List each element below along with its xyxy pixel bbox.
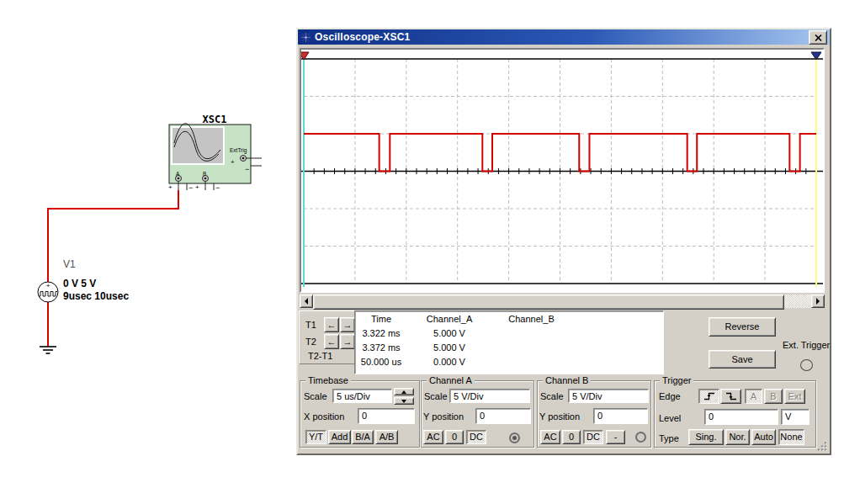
readout-col-time: Time [355,314,407,328]
save-button[interactable]: Save [709,350,776,369]
trigger-level-unit-field[interactable]: V [781,409,810,425]
app-icon [300,32,311,43]
trigger-type-none-button[interactable]: None [778,429,804,445]
voltage-source-v1[interactable]: + [38,282,58,302]
timebase-scale-spinner [394,388,414,405]
trigger-level-field[interactable]: 0 [704,409,778,425]
terminal-a-plus-mark: + [168,183,173,191]
ext-trig-terminal-dot [242,157,245,160]
trigger-edge-label: Edge [659,391,681,401]
close-icon [815,34,822,41]
channel-b-ac-button[interactable]: AC [540,430,560,444]
t2-left-button[interactable]: ← [324,334,339,349]
ba-mode-button[interactable]: B/A [352,430,374,444]
resize-grip[interactable] [817,441,828,452]
t2t1-time-value: 50.000 us [355,357,407,371]
ext-trigger-connector [800,359,813,371]
source-plus-mark: + [46,282,50,289]
t2t1-channel-a-value: 0.000 V [407,357,491,371]
channel-a-y-position-field[interactable]: 0 [475,408,531,424]
t1-left-button[interactable]: ← [324,317,339,332]
t2-label: T2 [305,337,316,347]
trigger-type-label: Type [659,433,679,443]
t2-channel-b-value [491,342,571,357]
t1-channel-b-value [491,328,571,342]
t1-channel-a-value: 5.000 V [407,328,491,342]
window-title: Oscilloscope-XSC1 [315,31,410,43]
rising-edge-button[interactable] [698,389,719,404]
ext-trig-minus-mark: − [245,165,249,173]
channel-b-y-position-label: Y position [539,411,580,422]
cursor-control-box: T1 ← → T2 ← → T2-T1 [299,310,356,364]
spinner-down-icon [401,400,406,403]
channel-a-trigger-indicator [509,432,520,443]
falling-edge-icon [725,392,737,401]
readout-col-channel-a: Channel_A [407,314,491,328]
t2-channel-a-value: 5.000 V [407,342,491,357]
t2t1-channel-b-value [491,357,571,371]
trigger-type-normal-button[interactable]: Nor. [725,429,750,445]
t1-time-value: 3.322 ms [355,328,407,342]
scroll-right-button[interactable] [811,294,825,308]
ab-mode-button[interactable]: A/B [375,430,398,444]
channel-b-scale-field[interactable]: 5 V/Div [568,389,649,403]
timebase-scale-field[interactable]: 5 us/Div [332,389,392,403]
title-bar[interactable]: Oscilloscope-XSC1 [298,29,830,45]
channel-b-dc-button[interactable]: DC [583,430,603,444]
channel-a-group: Channel A Scale 5 V/Div Y position 0 AC … [421,380,534,448]
channel-b-scale-label: Scale [540,391,564,401]
t1-right-button[interactable]: → [340,317,355,332]
source-ref-label: V1 [63,258,76,270]
rising-edge-icon [703,392,715,401]
trigger-level-label: Level [659,413,681,423]
timebase-group-label: Timebase [305,375,351,385]
scope-scrollbar[interactable] [300,294,825,308]
add-mode-button[interactable]: Add [328,430,351,444]
readout-col-channel-b: Channel_B [491,314,571,328]
measurement-readout: Time Channel_A Channel_B 3.322 ms 5.000 … [354,310,664,374]
trigger-group: Trigger Edge A B Ext Level 0 V Type Sing… [654,380,816,448]
t2-right-button[interactable]: → [340,334,355,349]
channel-a-scale-label: Scale [424,391,448,401]
timebase-group: Timebase Scale 5 us/Div X position 0 Y/T… [300,380,420,448]
close-button[interactable] [809,30,827,45]
t1-label: T1 [305,320,316,330]
ground-symbol[interactable] [40,347,56,353]
channel-b-zero-button[interactable]: 0 [562,430,581,444]
reverse-button[interactable]: Reverse [709,317,776,337]
terminal-a-minus-mark: − [188,183,193,192]
channel-a-scale-field[interactable]: 5 V/Div [449,389,530,403]
trigger-source-b-button: B [764,389,783,404]
ext-trig-plus-mark: + [231,158,235,166]
trigger-group-label: Trigger [660,375,693,385]
t2t1-label: T2-T1 [308,351,332,361]
channel-a-ac-button[interactable]: AC [423,430,443,444]
scroll-left-button[interactable] [300,294,313,308]
channel-b-trigger-indicator [635,432,646,443]
spinner-down-button[interactable] [394,397,414,405]
scrollbar-thumb[interactable] [313,294,784,310]
trigger-type-single-button[interactable]: Sing. [688,429,724,445]
x-position-field[interactable]: 0 [358,408,415,424]
channel-a-zero-button[interactable]: 0 [445,430,464,444]
yt-mode-button[interactable]: Y/T [305,430,326,444]
trigger-type-auto-button[interactable]: Auto [751,429,776,445]
scroll-left-icon [305,298,308,305]
spinner-up-button[interactable] [394,388,414,395]
ext-trigger-label: Ext. Trigger [783,340,830,350]
oscilloscope-symbol[interactable]: ExtTrig + − A + − B + − [168,124,262,192]
channel-a-dc-button[interactable]: DC [466,430,486,444]
falling-edge-button[interactable] [720,389,741,404]
source-value-line1: 0 V 5 V [63,278,96,289]
channel-a-y-position-label: Y position [423,411,464,422]
channel-b-group: Channel B Scale 5 V/Div Y position 0 AC … [537,380,651,448]
oscilloscope-window: Oscilloscope-XSC1 T1 ← → T2 ← → T2-T1 Ti… [296,28,831,455]
x-position-label: X position [304,411,344,422]
timebase-scale-label: Scale [304,391,327,401]
spinner-up-icon [401,390,406,394]
terminal-b-minus-mark: − [215,183,220,192]
channel-b-y-position-field[interactable]: 0 [593,408,648,424]
channel-b-invert-button[interactable]: - [606,430,625,444]
scope-canvas [301,50,823,291]
trigger-source-ext-button: Ext [784,389,805,404]
